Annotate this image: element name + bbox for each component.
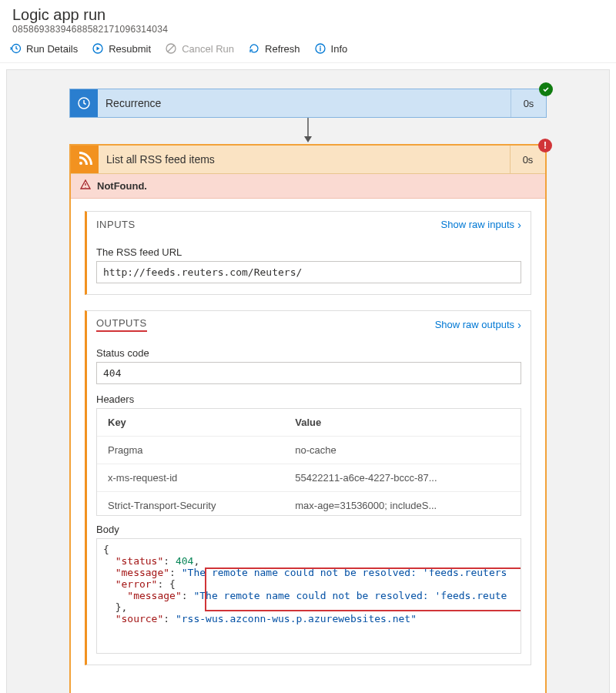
body-label: Body [96, 524, 521, 535]
rss-url-label: The RSS feed URL [96, 246, 521, 258]
warning-icon [80, 179, 91, 192]
arrow-connector [303, 118, 313, 144]
canvas: Recurrence 0s ! List all RSS feed items … [6, 69, 610, 693]
cancel-icon [165, 42, 177, 55]
rss-url-value[interactable]: http://feeds.reuters.com/Reuters/ [96, 261, 521, 283]
header-value: max-age=31536000; includeS... [284, 492, 521, 517]
error-text: NotFound. [97, 180, 147, 192]
info-button[interactable]: Info [314, 42, 348, 55]
headers-label: Headers [96, 393, 521, 405]
show-raw-inputs-link[interactable]: Show raw inputs › [441, 218, 521, 231]
inputs-section: INPUTS Show raw inputs › The RSS feed UR… [85, 211, 531, 295]
header-key: Strict-Transport-Security [97, 492, 284, 517]
run-details-button[interactable]: Run Details [9, 42, 78, 55]
resubmit-button[interactable]: Resubmit [92, 42, 151, 55]
show-raw-outputs-link[interactable]: Show raw outputs › [435, 318, 521, 331]
cancel-run-button: Cancel Run [165, 42, 234, 55]
card-title: List all RSS feed items [99, 153, 510, 166]
header-value: 55422211-a6ce-4227-bccc-87... [284, 464, 521, 492]
refresh-button[interactable]: Refresh [248, 42, 300, 55]
inputs-title: INPUTS [96, 219, 136, 230]
header-key: x-ms-request-id [97, 464, 284, 492]
outputs-section: OUTPUTS Show raw outputs › Status code 4… [85, 310, 531, 665]
success-badge [539, 82, 553, 96]
step-label: Recurrence [98, 97, 511, 109]
header-value: no-cache [284, 437, 521, 464]
refresh-icon [248, 42, 260, 55]
raw-inputs-label: Show raw inputs [441, 219, 514, 230]
toolbar: Run Details Resubmit Cancel Run Refresh … [0, 38, 616, 63]
clock-icon [70, 89, 98, 117]
resubmit-label: Resubmit [109, 43, 151, 55]
history-icon [9, 42, 22, 55]
run-id: 08586938394688582171096314034 [12, 24, 604, 35]
play-circle-icon [92, 42, 104, 55]
chevron-right-icon: › [517, 318, 521, 331]
refresh-label: Refresh [265, 43, 300, 55]
svg-point-6 [79, 162, 82, 165]
step-recurrence[interactable]: Recurrence 0s [69, 89, 547, 118]
outputs-title: OUTPUTS [96, 317, 147, 332]
info-label: Info [331, 43, 348, 55]
col-value: Value [284, 409, 521, 437]
headers-table[interactable]: Key Value Pragmano-cachex-ms-request-id5… [96, 408, 521, 516]
body-json[interactable]: { "status": 404, "message": "The remote … [96, 538, 521, 654]
error-badge: ! [538, 139, 552, 152]
run-details-label: Run Details [26, 43, 78, 55]
chevron-right-icon: › [517, 218, 521, 231]
status-code-value[interactable]: 404 [96, 362, 521, 384]
table-row: Pragmano-cache [97, 437, 521, 464]
table-row: Strict-Transport-Securitymax-age=3153600… [97, 492, 521, 517]
info-icon [314, 42, 326, 55]
col-key: Key [97, 409, 284, 437]
rss-icon [71, 146, 99, 173]
step-rss-card: ! List all RSS feed items 0s NotFound. I… [69, 144, 547, 693]
cancel-run-label: Cancel Run [182, 43, 234, 55]
page-header: Logic app run 08586938394688582171096314… [0, 0, 616, 38]
card-header[interactable]: List all RSS feed items 0s [71, 146, 545, 174]
status-code-label: Status code [96, 347, 521, 359]
table-row: x-ms-request-id55422211-a6ce-4227-bccc-8… [97, 464, 521, 492]
error-bar: NotFound. [71, 174, 545, 199]
header-key: Pragma [97, 437, 284, 464]
page-title: Logic app run [12, 6, 604, 24]
raw-outputs-label: Show raw outputs [435, 319, 514, 330]
